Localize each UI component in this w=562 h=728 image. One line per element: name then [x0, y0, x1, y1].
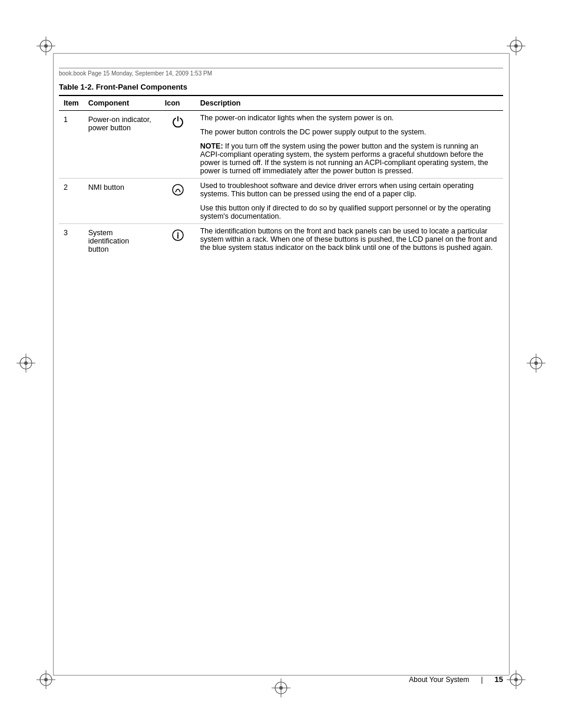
- svg-point-28: [173, 185, 183, 195]
- corner-mark-bl: [37, 670, 55, 691]
- table-row: 1 Power-on indicator,power button The po…: [59, 111, 503, 126]
- description-1b: The power button controls the DC power s…: [196, 125, 503, 139]
- footer-page-number: 15: [495, 675, 503, 684]
- note-label: NOTE:: [200, 142, 223, 150]
- svg-point-15: [514, 678, 518, 681]
- svg-point-23: [534, 361, 538, 365]
- footer: About Your System | 15: [59, 675, 503, 684]
- icon-nmi: [160, 179, 196, 224]
- svg-point-30: [177, 232, 178, 233]
- svg-point-11: [44, 678, 48, 681]
- corner-mark-tr: [507, 37, 525, 58]
- icon-info: [160, 224, 196, 257]
- table-label: Table 1-2.: [59, 83, 94, 91]
- footer-section-label: About Your System: [409, 676, 469, 684]
- description-3a: The identification buttons on the front …: [196, 224, 503, 257]
- description-1c: NOTE: If you turn off the system using t…: [196, 139, 503, 179]
- col-icon: Icon: [160, 95, 196, 111]
- main-content: Table 1-2. Front-Panel Components Item C…: [59, 83, 503, 657]
- item-number-3: 3: [59, 224, 84, 257]
- header-bar: book.book Page 15 Monday, September 14, …: [59, 68, 503, 77]
- item-number-1: 1: [59, 111, 84, 179]
- border-right: [509, 53, 510, 675]
- svg-point-19: [24, 361, 28, 365]
- col-item: Item: [59, 95, 84, 111]
- component-name-1: Power-on indicator,power button: [84, 111, 160, 179]
- footer-separator: |: [481, 676, 482, 684]
- component-name-2: NMI button: [84, 179, 160, 224]
- col-description: Description: [196, 95, 503, 111]
- table-caption-title: Front-Panel Components: [96, 83, 187, 91]
- border-left: [53, 53, 54, 675]
- icon-power: [160, 111, 196, 179]
- table-caption: Table 1-2. Front-Panel Components: [59, 83, 503, 91]
- border-top: [53, 53, 509, 54]
- table-header-row: Item Component Icon Description: [59, 95, 503, 111]
- header-text: book.book Page 15 Monday, September 14, …: [59, 70, 212, 77]
- description-2a: Used to troubleshoot software and device…: [196, 179, 503, 202]
- svg-point-27: [279, 686, 283, 690]
- corner-mark-br: [507, 670, 525, 691]
- front-panel-table: Item Component Icon Description 1 Power-…: [59, 95, 503, 256]
- reg-mark-right: [527, 354, 546, 375]
- reg-mark-left: [16, 354, 35, 375]
- component-name-3: System identificationbutton: [84, 224, 160, 257]
- description-1a: The power-on indicator lights when the s…: [196, 111, 503, 126]
- page: book.book Page 15 Monday, September 14, …: [0, 0, 562, 728]
- table-row: 2 NMI button Used to troubleshoot softwa…: [59, 179, 503, 202]
- table-row: 3 System identificationbutton The identi…: [59, 224, 503, 257]
- col-component: Component: [84, 95, 160, 111]
- corner-mark-tl: [37, 37, 55, 58]
- svg-point-7: [514, 44, 518, 48]
- svg-point-3: [44, 44, 48, 48]
- item-number-2: 2: [59, 179, 84, 224]
- description-2b: Use this button only if directed to do s…: [196, 201, 503, 224]
